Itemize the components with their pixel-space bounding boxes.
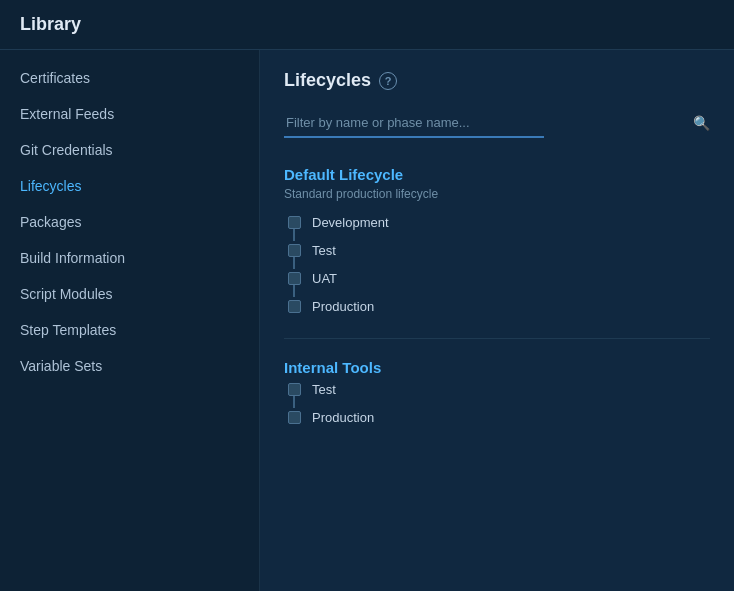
phase-connector-line: [293, 396, 295, 408]
sidebar-item-step-templates[interactable]: Step Templates: [0, 312, 259, 348]
phase-label: Test: [304, 380, 336, 397]
phase-row: Test: [284, 241, 710, 269]
sidebar-item-build-information[interactable]: Build Information: [0, 240, 259, 276]
lifecycle-divider: [284, 338, 710, 339]
sidebar-item-packages[interactable]: Packages: [0, 204, 259, 240]
page-header: Library: [0, 0, 734, 50]
sidebar-item-git-credentials[interactable]: Git Credentials: [0, 132, 259, 168]
phase-icon-col: [284, 213, 304, 241]
phase-group: TestProduction: [284, 380, 710, 425]
lifecycle-name[interactable]: Default Lifecycle: [284, 166, 710, 183]
phase-label: Development: [304, 213, 389, 230]
content-header: Lifecycles ?: [284, 70, 710, 91]
page-title: Library: [20, 14, 81, 34]
phase-connector-line: [293, 229, 295, 241]
phase-label: Production: [304, 408, 374, 425]
content-title: Lifecycles: [284, 70, 371, 91]
phase-square-icon: [288, 383, 301, 396]
search-container: 🔍: [284, 111, 710, 138]
phase-connector-line: [293, 257, 295, 269]
phase-group: DevelopmentTestUATProduction: [284, 213, 710, 314]
phase-square-icon: [288, 244, 301, 257]
phase-square-icon: [288, 300, 301, 313]
sidebar-item-lifecycles[interactable]: Lifecycles: [0, 168, 259, 204]
help-icon[interactable]: ?: [379, 72, 397, 90]
phase-row: Test: [284, 380, 710, 408]
lifecycle-section-internal-tools: Internal ToolsTestProduction: [284, 359, 710, 425]
phase-row: Production: [284, 297, 710, 314]
phase-square-icon: [288, 411, 301, 424]
phase-icon-col: [284, 269, 304, 297]
lifecycle-name[interactable]: Internal Tools: [284, 359, 710, 376]
phase-row: Production: [284, 408, 710, 425]
sidebar-item-script-modules[interactable]: Script Modules: [0, 276, 259, 312]
phase-icon-col: [284, 241, 304, 269]
phase-connector-line: [293, 285, 295, 297]
lifecycles-container: Default LifecycleStandard production lif…: [284, 166, 710, 425]
phase-icon-col: [284, 297, 304, 313]
search-input[interactable]: [284, 111, 544, 138]
phase-label: UAT: [304, 269, 337, 286]
phase-row: UAT: [284, 269, 710, 297]
sidebar: CertificatesExternal FeedsGit Credential…: [0, 50, 260, 591]
content-area: Lifecycles ? 🔍 Default LifecycleStandard…: [260, 50, 734, 591]
phase-square-icon: [288, 216, 301, 229]
sidebar-item-certificates[interactable]: Certificates: [0, 60, 259, 96]
phase-label: Production: [304, 297, 374, 314]
phase-label: Test: [304, 241, 336, 258]
phase-icon-col: [284, 380, 304, 408]
lifecycle-description: Standard production lifecycle: [284, 187, 710, 201]
phase-square-icon: [288, 272, 301, 285]
search-icon: 🔍: [693, 115, 710, 131]
phase-icon-col: [284, 408, 304, 424]
phase-row: Development: [284, 213, 710, 241]
sidebar-item-variable-sets[interactable]: Variable Sets: [0, 348, 259, 384]
main-layout: CertificatesExternal FeedsGit Credential…: [0, 50, 734, 591]
lifecycle-section-default-lifecycle: Default LifecycleStandard production lif…: [284, 166, 710, 314]
sidebar-item-external-feeds[interactable]: External Feeds: [0, 96, 259, 132]
